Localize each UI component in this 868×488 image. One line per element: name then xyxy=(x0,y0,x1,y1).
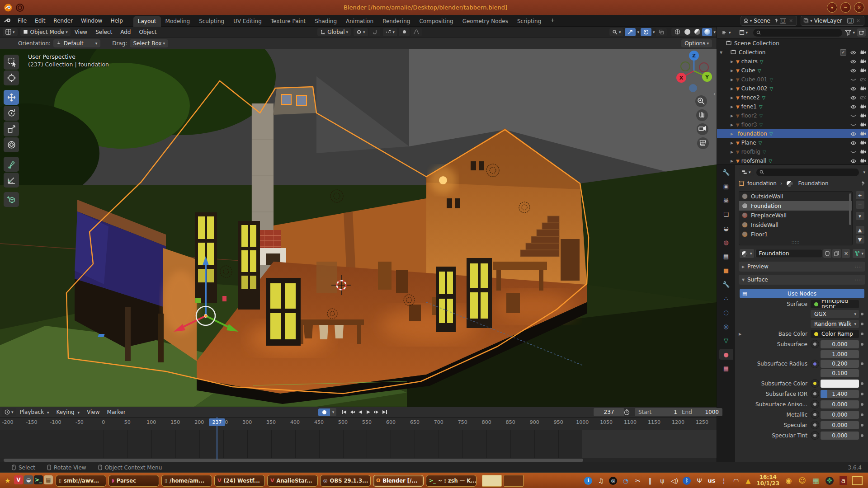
new-viewlayer-icon[interactable]: ❏ xyxy=(847,18,854,23)
tool-add-cube[interactable] xyxy=(4,192,19,207)
mode-selector[interactable]: Object Mode ▾ xyxy=(20,28,71,36)
properties-tab-physics[interactable]: ◌ xyxy=(719,307,733,318)
properties-tab-particles[interactable]: ∴ xyxy=(719,293,733,304)
Random Walk-field[interactable]: Random Walk▾ xyxy=(811,320,859,328)
timeline-menu-keying[interactable]: Keying ▾ xyxy=(52,409,83,415)
outliner-row-collection[interactable]: ▼Collection✓ xyxy=(717,48,868,57)
taskbar-window--zsh-k-[interactable]: >_~ : zsh — K... xyxy=(426,475,476,487)
tray-updates[interactable]: ▲ xyxy=(744,476,752,485)
outliner-row-floor2[interactable]: ▶▼floor2▽ xyxy=(717,111,868,120)
menu-render[interactable]: Render xyxy=(49,18,77,24)
show-desktop-button[interactable] xyxy=(852,476,863,485)
Subsurface IOR-field[interactable]: 1.400 xyxy=(821,390,859,398)
collection-checkbox[interactable]: ✓ xyxy=(838,49,848,56)
render-object-icon[interactable] xyxy=(858,131,868,136)
tray-usb[interactable]: Ψ xyxy=(695,476,703,485)
tray-keyboard-layout[interactable]: us xyxy=(708,476,715,485)
keyframe-dot[interactable] xyxy=(859,393,865,395)
Surface-field[interactable]: Principled BSDF xyxy=(811,300,859,308)
overlays-dropdown-chevron[interactable]: ▾ xyxy=(653,30,655,34)
drag-mode-dropdown[interactable]: Select Box ▾ xyxy=(130,39,168,47)
current-frame-field[interactable]: 237 xyxy=(594,408,624,416)
properties-tab-output[interactable]: 🖶 xyxy=(719,195,733,206)
properties-tab-collection[interactable]: ▤ xyxy=(719,251,733,262)
properties-options-chevron[interactable]: ▾ xyxy=(863,170,865,174)
tray-smiley[interactable]: ☺ xyxy=(798,476,806,485)
menu-file[interactable]: File xyxy=(14,18,31,24)
hide-object-icon[interactable] xyxy=(848,69,858,73)
keyframe-dot[interactable] xyxy=(859,333,865,335)
workspace-tab-texture-paint[interactable]: Texture Paint xyxy=(266,16,310,27)
material-slot-fireplacewall[interactable]: FireplaceWall xyxy=(739,211,852,220)
jump-to-start-button[interactable] xyxy=(340,408,348,416)
auto-keyframe-toggle[interactable] xyxy=(318,408,330,416)
workspace-tab-rendering[interactable]: Rendering xyxy=(378,16,415,27)
keyframe-dot[interactable] xyxy=(859,382,865,385)
timeline-type-button[interactable]: ▾ xyxy=(2,408,16,416)
workspace-2[interactable] xyxy=(504,475,524,487)
tool-scale[interactable] xyxy=(4,122,19,136)
tray-music[interactable]: ♫ xyxy=(597,476,604,485)
list-resize-grip[interactable]: ::::: xyxy=(739,240,852,244)
hide-object-icon[interactable] xyxy=(848,141,858,145)
options-dropdown[interactable]: Options ▾ xyxy=(681,39,712,47)
node-tree-button[interactable]: ▾ xyxy=(853,249,865,258)
tray-info[interactable]: ℹ xyxy=(584,477,592,485)
remove-viewlayer-icon[interactable]: × xyxy=(856,18,860,23)
socket-indicator[interactable] xyxy=(811,410,819,419)
tray-sync[interactable]: ◔ xyxy=(622,476,629,485)
stopwatch-icon[interactable] xyxy=(624,409,630,415)
keyframe-dot[interactable] xyxy=(859,413,865,416)
workspace-tab-modeling[interactable]: Modeling xyxy=(161,16,195,27)
workspace-1[interactable] xyxy=(482,475,502,487)
remove-slot-button[interactable]: − xyxy=(856,201,864,209)
shading-wireframe-button[interactable] xyxy=(672,28,682,36)
timeline-menu-view[interactable]: View xyxy=(83,409,103,415)
Subsurface Aniso...-field[interactable]: 0.000 xyxy=(821,400,859,408)
sidebar-collapse-arrow[interactable]: ‹ xyxy=(713,91,716,97)
render-object-icon[interactable] xyxy=(858,59,868,64)
hide-object-icon[interactable] xyxy=(848,114,858,118)
transform-orientation-dropdown[interactable]: Global ▾ xyxy=(317,28,351,36)
tool-cursor[interactable] xyxy=(4,70,19,85)
outliner-row-floor3[interactable]: ▶▼floor3▽ xyxy=(717,120,868,129)
outliner-row-chairs[interactable]: ▶▼chairs▽ xyxy=(717,57,868,66)
menu-window[interactable]: Window xyxy=(77,18,106,24)
tray-lamp[interactable]: ◉ xyxy=(785,476,793,485)
outliner-row-cube.001[interactable]: ▶▼Cube.001▽ xyxy=(717,75,868,84)
snap-target-dropdown[interactable]: ▾ xyxy=(383,28,398,36)
jump-to-end-button[interactable] xyxy=(381,408,388,416)
play-button[interactable] xyxy=(364,408,372,416)
taskbar-window--24-westf-[interactable]: V(24) Westf... xyxy=(214,475,265,487)
slot-specials-button[interactable]: ▾ xyxy=(856,212,864,220)
browse-material-button[interactable]: ▾ xyxy=(740,249,754,258)
tray-clipper[interactable]: ✂ xyxy=(634,476,642,485)
properties-tab-material[interactable]: ● xyxy=(719,349,733,360)
viewport-menu-select[interactable]: Select xyxy=(91,29,116,35)
unlink-material-button[interactable]: × xyxy=(842,249,850,258)
Subsurface-field[interactable]: 0.000 xyxy=(821,340,859,348)
material-slot-foundation[interactable]: Foundation xyxy=(739,201,852,211)
material-slot-insidewall[interactable]: InsideWall xyxy=(739,220,852,230)
gimp-launcher[interactable]: ◒ xyxy=(24,475,33,484)
window-shade-button[interactable]: ▾ xyxy=(827,2,837,13)
Metallic-field[interactable]: 0.000 xyxy=(821,411,859,419)
new-collection-button[interactable] xyxy=(857,28,866,37)
next-keyframe-button[interactable] xyxy=(373,408,380,416)
workspace-tab-layout[interactable]: Layout xyxy=(133,16,161,27)
object-visibility-dropdown[interactable]: ▾ xyxy=(609,28,624,36)
socket-indicator[interactable] xyxy=(811,421,819,429)
hide-object-icon[interactable] xyxy=(848,60,858,64)
tool-move[interactable] xyxy=(4,90,19,105)
proportional-falloff-dropdown[interactable] xyxy=(411,28,422,36)
frame-start-field[interactable]: Start 1 xyxy=(635,408,681,416)
shading-material-button[interactable] xyxy=(692,28,702,36)
taskbar-window--home-am-[interactable]: ▯/home/am... xyxy=(161,475,212,487)
render-object-icon[interactable] xyxy=(858,95,868,100)
blender-logo-icon[interactable] xyxy=(4,17,12,25)
outliner-row-fence2[interactable]: ▶▼fence2▽ xyxy=(717,93,868,102)
slot-move-down-button[interactable]: ▼ xyxy=(856,235,864,244)
frame-end-field[interactable]: End 1000 xyxy=(678,408,722,416)
properties-tab-constraints[interactable]: ◎ xyxy=(719,321,733,332)
terminal-launcher[interactable]: >_ xyxy=(34,475,43,484)
